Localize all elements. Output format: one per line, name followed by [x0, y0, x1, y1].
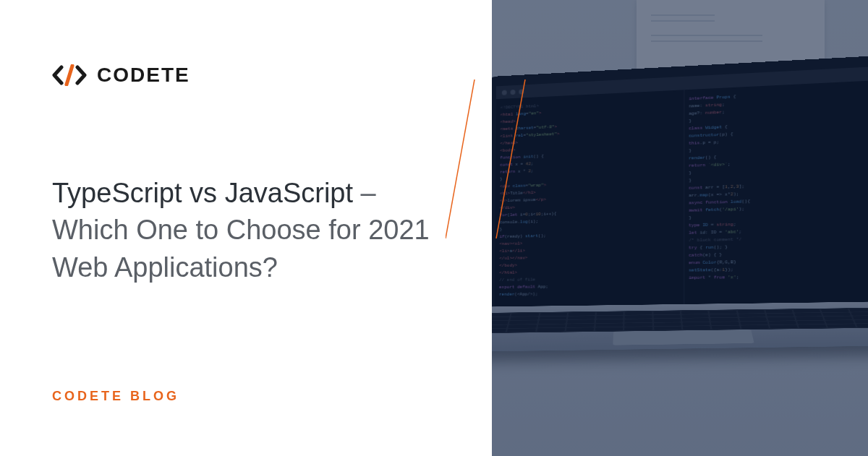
title-emphasis: TypeScript vs JavaScript — [52, 178, 353, 208]
brand-name: CODETE — [97, 64, 190, 87]
diagonal-accent-icon — [446, 79, 532, 238]
blog-card: CODETE TypeScript vs JavaScript – Which … — [0, 0, 868, 456]
image-overlay — [492, 0, 868, 456]
hero-image: <!DOCTYPE html> <html lang="en"> <head> … — [492, 0, 868, 456]
article-title: TypeScript vs JavaScript – Which One to … — [52, 175, 443, 286]
category-label: CODETE BLOG — [52, 389, 448, 404]
code-brackets-icon — [52, 64, 87, 86]
content-panel: CODETE TypeScript vs JavaScript – Which … — [0, 0, 492, 456]
brand-logo: CODETE — [52, 64, 448, 87]
